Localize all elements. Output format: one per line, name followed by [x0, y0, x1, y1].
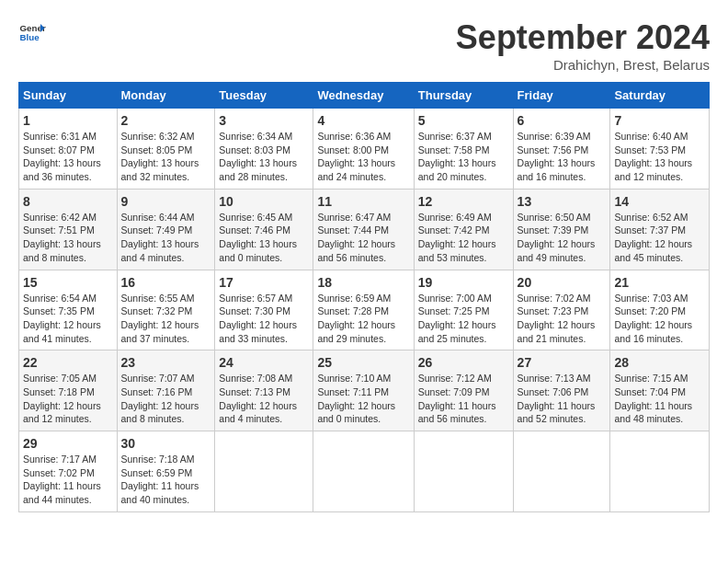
day-number: 16	[121, 275, 211, 290]
day-number: 15	[23, 275, 113, 290]
day-number: 13	[518, 194, 607, 209]
day-info: Sunrise: 6:32 AMSunset: 8:05 PMDaylight:…	[121, 130, 211, 184]
day-info: Sunrise: 7:03 AMSunset: 7:20 PMDaylight:…	[614, 292, 705, 346]
calendar-cell	[313, 431, 414, 512]
day-info: Sunrise: 6:31 AMSunset: 8:07 PMDaylight:…	[23, 130, 113, 184]
month-title: September 2024	[456, 18, 710, 57]
day-number: 27	[518, 355, 607, 370]
calendar-cell: 12Sunrise: 6:49 AMSunset: 7:42 PMDayligh…	[414, 189, 513, 270]
day-number: 26	[418, 355, 509, 370]
logo: General Blue	[18, 18, 46, 46]
calendar-cell: 28Sunrise: 7:15 AMSunset: 7:04 PMDayligh…	[610, 350, 710, 431]
day-info: Sunrise: 6:34 AMSunset: 8:03 PMDaylight:…	[219, 130, 309, 184]
day-info: Sunrise: 7:17 AMSunset: 7:02 PMDaylight:…	[23, 453, 113, 507]
calendar-cell: 24Sunrise: 7:08 AMSunset: 7:13 PMDayligh…	[215, 350, 313, 431]
calendar-cell: 23Sunrise: 7:07 AMSunset: 7:16 PMDayligh…	[117, 350, 215, 431]
calendar-cell: 19Sunrise: 7:00 AMSunset: 7:25 PMDayligh…	[414, 270, 513, 350]
calendar-cell: 2Sunrise: 6:32 AMSunset: 8:05 PMDaylight…	[117, 109, 215, 190]
day-number: 5	[418, 113, 509, 128]
day-number: 4	[317, 113, 409, 128]
day-number: 3	[219, 113, 309, 128]
svg-text:Blue: Blue	[20, 32, 40, 42]
calendar-week-row: 15Sunrise: 6:54 AMSunset: 7:35 PMDayligh…	[19, 270, 710, 350]
day-number: 11	[317, 194, 409, 209]
calendar-week-row: 1Sunrise: 6:31 AMSunset: 8:07 PMDaylight…	[19, 109, 710, 190]
calendar-body: 1Sunrise: 6:31 AMSunset: 8:07 PMDaylight…	[19, 109, 710, 512]
calendar-cell: 26Sunrise: 7:12 AMSunset: 7:09 PMDayligh…	[414, 350, 513, 431]
day-number: 10	[219, 194, 309, 209]
calendar-cell: 13Sunrise: 6:50 AMSunset: 7:39 PMDayligh…	[513, 189, 610, 270]
day-info: Sunrise: 7:10 AMSunset: 7:11 PMDaylight:…	[317, 372, 409, 426]
day-number: 21	[614, 275, 705, 290]
day-info: Sunrise: 6:36 AMSunset: 8:00 PMDaylight:…	[317, 130, 409, 184]
day-info: Sunrise: 7:00 AMSunset: 7:25 PMDaylight:…	[418, 292, 509, 346]
day-number: 25	[317, 355, 409, 370]
day-info: Sunrise: 6:42 AMSunset: 7:51 PMDaylight:…	[23, 211, 113, 265]
day-number: 9	[121, 194, 211, 209]
day-info: Sunrise: 6:54 AMSunset: 7:35 PMDaylight:…	[23, 292, 113, 346]
day-info: Sunrise: 7:08 AMSunset: 7:13 PMDaylight:…	[219, 372, 309, 426]
calendar-cell: 4Sunrise: 6:36 AMSunset: 8:00 PMDaylight…	[313, 109, 414, 190]
day-number: 14	[614, 194, 705, 209]
calendar-week-row: 8Sunrise: 6:42 AMSunset: 7:51 PMDaylight…	[19, 189, 710, 270]
calendar-cell	[610, 431, 710, 512]
day-number: 8	[23, 194, 113, 209]
day-info: Sunrise: 7:15 AMSunset: 7:04 PMDaylight:…	[614, 372, 705, 426]
calendar-cell: 5Sunrise: 6:37 AMSunset: 7:58 PMDaylight…	[414, 109, 513, 190]
calendar-cell: 11Sunrise: 6:47 AMSunset: 7:44 PMDayligh…	[313, 189, 414, 270]
calendar-cell: 25Sunrise: 7:10 AMSunset: 7:11 PMDayligh…	[313, 350, 414, 431]
calendar-cell: 15Sunrise: 6:54 AMSunset: 7:35 PMDayligh…	[19, 270, 118, 350]
calendar-table: SundayMondayTuesdayWednesdayThursdayFrid…	[18, 82, 710, 512]
calendar-cell: 6Sunrise: 6:39 AMSunset: 7:56 PMDaylight…	[513, 109, 610, 190]
day-info: Sunrise: 6:45 AMSunset: 7:46 PMDaylight:…	[219, 211, 309, 265]
day-number: 12	[418, 194, 509, 209]
day-number: 30	[121, 436, 211, 451]
calendar-cell: 10Sunrise: 6:45 AMSunset: 7:46 PMDayligh…	[215, 189, 313, 270]
calendar-cell: 7Sunrise: 6:40 AMSunset: 7:53 PMDaylight…	[610, 109, 710, 190]
page-header: General Blue September 2024 Drahichyn, B…	[18, 18, 710, 73]
day-number: 29	[23, 436, 113, 451]
day-info: Sunrise: 6:40 AMSunset: 7:53 PMDaylight:…	[614, 130, 705, 184]
day-number: 19	[418, 275, 509, 290]
calendar-cell: 21Sunrise: 7:03 AMSunset: 7:20 PMDayligh…	[610, 270, 710, 350]
weekday-header-thursday: Thursday	[414, 83, 513, 109]
day-number: 28	[614, 355, 705, 370]
day-info: Sunrise: 6:50 AMSunset: 7:39 PMDaylight:…	[518, 211, 607, 265]
day-info: Sunrise: 6:49 AMSunset: 7:42 PMDaylight:…	[418, 211, 509, 265]
weekday-header-wednesday: Wednesday	[313, 83, 414, 109]
calendar-cell: 14Sunrise: 6:52 AMSunset: 7:37 PMDayligh…	[610, 189, 710, 270]
calendar-cell: 8Sunrise: 6:42 AMSunset: 7:51 PMDaylight…	[19, 189, 118, 270]
calendar-cell: 18Sunrise: 6:59 AMSunset: 7:28 PMDayligh…	[313, 270, 414, 350]
calendar-week-row: 29Sunrise: 7:17 AMSunset: 7:02 PMDayligh…	[19, 431, 710, 512]
weekday-header-monday: Monday	[117, 83, 215, 109]
location-subtitle: Drahichyn, Brest, Belarus	[456, 57, 710, 73]
day-info: Sunrise: 6:44 AMSunset: 7:49 PMDaylight:…	[121, 211, 211, 265]
calendar-cell: 30Sunrise: 7:18 AMSunset: 6:59 PMDayligh…	[117, 431, 215, 512]
day-info: Sunrise: 6:39 AMSunset: 7:56 PMDaylight:…	[518, 130, 607, 184]
calendar-cell: 29Sunrise: 7:17 AMSunset: 7:02 PMDayligh…	[19, 431, 118, 512]
calendar-cell	[215, 431, 313, 512]
calendar-cell	[414, 431, 513, 512]
day-info: Sunrise: 7:12 AMSunset: 7:09 PMDaylight:…	[418, 372, 509, 426]
weekday-header-tuesday: Tuesday	[215, 83, 313, 109]
day-info: Sunrise: 6:55 AMSunset: 7:32 PMDaylight:…	[121, 292, 211, 346]
weekday-header-saturday: Saturday	[610, 83, 710, 109]
calendar-cell: 9Sunrise: 6:44 AMSunset: 7:49 PMDaylight…	[117, 189, 215, 270]
day-info: Sunrise: 7:18 AMSunset: 6:59 PMDaylight:…	[121, 453, 211, 507]
logo-icon: General Blue	[18, 18, 46, 46]
day-info: Sunrise: 6:37 AMSunset: 7:58 PMDaylight:…	[418, 130, 509, 184]
calendar-cell	[513, 431, 610, 512]
title-area: September 2024 Drahichyn, Brest, Belarus	[456, 18, 710, 73]
day-number: 2	[121, 113, 211, 128]
calendar-week-row: 22Sunrise: 7:05 AMSunset: 7:18 PMDayligh…	[19, 350, 710, 431]
day-info: Sunrise: 6:47 AMSunset: 7:44 PMDaylight:…	[317, 211, 409, 265]
calendar-cell: 27Sunrise: 7:13 AMSunset: 7:06 PMDayligh…	[513, 350, 610, 431]
day-info: Sunrise: 6:52 AMSunset: 7:37 PMDaylight:…	[614, 211, 705, 265]
calendar-cell: 16Sunrise: 6:55 AMSunset: 7:32 PMDayligh…	[117, 270, 215, 350]
day-number: 7	[614, 113, 705, 128]
day-number: 22	[23, 355, 113, 370]
day-info: Sunrise: 7:07 AMSunset: 7:16 PMDaylight:…	[121, 372, 211, 426]
day-number: 24	[219, 355, 309, 370]
calendar-cell: 22Sunrise: 7:05 AMSunset: 7:18 PMDayligh…	[19, 350, 118, 431]
day-info: Sunrise: 7:05 AMSunset: 7:18 PMDaylight:…	[23, 372, 113, 426]
